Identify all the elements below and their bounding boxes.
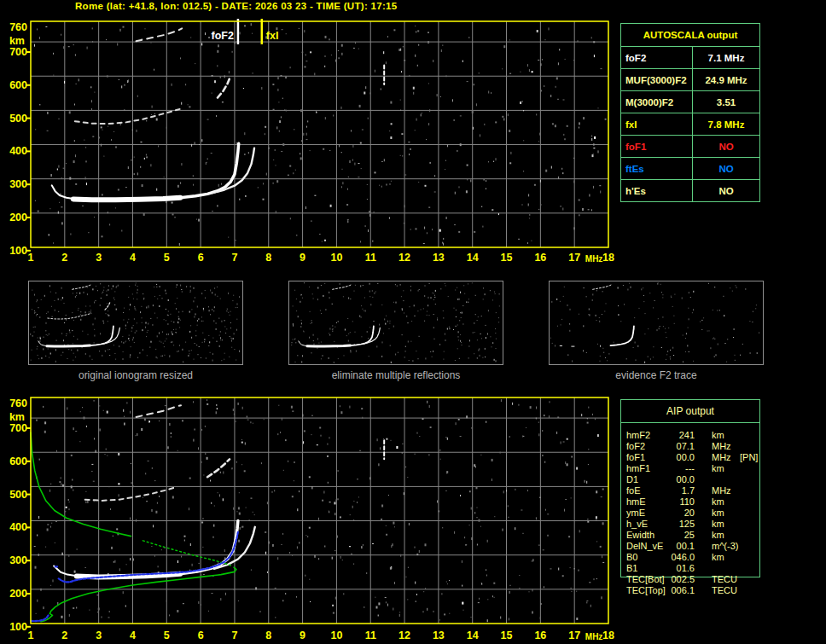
aip-row: hmE110km [626,496,759,508]
f2-trace-rise-mini-trace [350,326,374,345]
top-ionogram-plot: foF2fxI760700600500400300200100km1234567… [9,19,614,264]
aip-name: h_vE [626,519,671,530]
y-axis-unit-label: km [9,411,25,423]
aip-name: Ewidth [626,530,671,541]
aip-value: 241 [671,430,695,441]
aip-row: foF207.1MHz [626,441,759,452]
aip-value: 07.1 [671,441,695,452]
aip-value: 00.0 [671,474,695,485]
aip-unit: MHz [695,485,738,496]
aip-extra [738,519,759,530]
aip-name: TEC[Bot] [626,574,671,585]
autoscala-row: fxI7.8 MHz [621,113,759,136]
aip-extra [738,574,759,585]
upper-echo-mini-trace [593,285,612,289]
y-tick-label: 760 [9,21,27,33]
aip-extra: [PN] [738,452,759,463]
aip-value: 00.1 [671,541,695,552]
foF2-marker-label: foF2 [212,30,234,42]
x-axis-unit-label: MHz [585,632,603,641]
autoscala-param-label: foF1 [621,136,693,157]
aip-unit: m^(-3) [695,541,738,552]
autoscala-output-table: AUTOSCALA output foF27.1 MHzMUF(3000)F22… [620,23,760,202]
x-tick-label: 6 [198,629,204,641]
autoscala-param-value: NO [693,136,759,157]
x-tick-label: 3 [96,252,102,264]
aip-extra [738,496,759,508]
aip-name: ymE [626,508,671,519]
b-second-hop-rise-trace [207,459,230,477]
f2-trace-rise-mini-trace [90,326,113,345]
aip-unit: km [695,519,738,530]
x-tick-label: 10 [330,252,342,264]
x-tick-label: 4 [130,629,136,641]
thumbnail-ionogram-image [289,281,503,364]
x-tick-label: 17 [568,629,580,641]
f2-trace-start-trace [52,185,73,199]
aip-name: foF2 [626,441,671,452]
autoscala-param-value: 24.9 MHz [693,69,759,90]
autoscala-row: h'EsNO [621,180,759,201]
aip-extra [738,474,759,485]
x-tick-label: 5 [164,252,170,264]
autoscala-param-label: ftEs [621,158,693,179]
y-tick-label: 200 [9,212,27,223]
aip-name: foE [626,485,671,496]
aip-name: hmF2 [626,430,671,441]
aip-name: B0 [626,552,671,563]
second-hop-rise-mini-trace [105,302,110,310]
aip-row: foF100.0MHz[PN] [626,452,759,463]
upper-echo-trace [137,28,183,41]
aip-extra [738,541,759,552]
b-f2-rise-trace [180,521,238,574]
aip-output-table: AIP output hmF2241kmfoF207.1MHzfoF100.0M… [620,399,760,577]
aip-unit: km [695,463,738,474]
aip-row: DelN_vE00.1m^(-3) [626,541,759,552]
aip-value: 110 [671,496,695,508]
x-tick-label: 2 [61,252,67,264]
aip-name: hmF1 [626,463,671,474]
x-tick-label: 15 [501,252,513,264]
aip-extra [738,552,759,563]
thumbnail-ionogram-image [550,281,763,364]
x-tick-label: 17 [568,252,580,264]
autoscala-param-value: NO [693,180,759,201]
x-axis-unit-label: MHz [585,254,603,264]
thumbnail-caption: eliminate multiple reflections [288,369,503,381]
aip-extra [738,430,759,441]
thumbnail-frame [28,281,243,365]
x-tick-label: 9 [300,252,305,264]
aip-name: foF1 [626,452,671,463]
y-tick-label: 400 [9,521,27,533]
x-tick-label: 12 [398,629,410,641]
aip-value: 125 [671,519,695,530]
thumbnail-caption: original ionogram resized [28,369,243,381]
x-tick-label: 14 [467,629,479,641]
y-tick-label: 400 [9,145,27,157]
autoscala-row: MUF(3000)F224.9 MHz [621,69,759,91]
autoscala-rows: foF27.1 MHzMUF(3000)F224.9 MHzM(3000)F23… [621,47,759,201]
aip-unit: TECU [695,574,738,585]
aip-extra [738,463,759,474]
x-axis: 123456789101112131415161718MHz [28,629,614,641]
x-tick-label: 12 [398,252,410,264]
aip-value: 20 [671,508,695,519]
aip-name: DelN_vE [626,541,671,552]
aip-row: TEC[Bot]002.5TECU [626,574,759,585]
aip-extra [738,530,759,541]
x-tick-label: 14 [467,252,479,264]
aip-value: 046.0 [671,552,695,563]
aip-extra [738,563,759,574]
aip-unit: km [695,552,738,563]
aip-name: D1 [626,474,671,485]
aip-unit [695,474,738,485]
f2-trace-flat-mini-trace [307,345,350,346]
aip-row: foE1.7MHz [626,485,759,496]
x-tick-label: 1 [28,629,34,641]
x-tick-label: 16 [534,252,546,264]
y-tick-label: 300 [9,178,27,190]
y-tick-label: 100 [9,245,27,257]
aip-name: hmE [626,496,671,508]
aip-extra [738,508,759,519]
noise-speckles [34,399,605,622]
